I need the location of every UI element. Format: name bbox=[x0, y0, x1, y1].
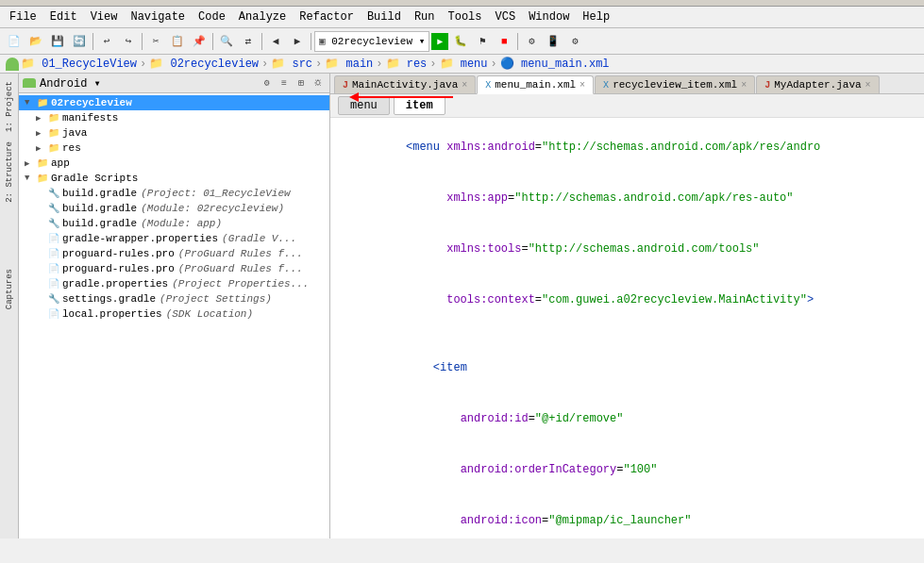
tab-close-recycleview-item[interactable]: × bbox=[741, 80, 747, 91]
code-line-6: <item bbox=[338, 342, 916, 393]
tree-proguard-1[interactable]: 📄 proguard-rules.pro (ProGuard Rules f..… bbox=[19, 246, 329, 261]
tab-mainactivity[interactable]: J MainActivity.java × bbox=[334, 75, 476, 93]
tab-close-mainactivity[interactable]: × bbox=[462, 80, 467, 91]
android-icon bbox=[6, 58, 19, 71]
code-line-4: tools:context="com.guwei.a02recycleview.… bbox=[338, 274, 916, 325]
sdk-btn[interactable]: ⚙ bbox=[521, 31, 542, 52]
breadcrumb-menu[interactable]: 📁 menu bbox=[440, 57, 488, 71]
nav-back-btn[interactable]: ◀ bbox=[265, 31, 286, 52]
tree-proguard-2[interactable]: 📄 proguard-rules.pro (ProGuard Rules f..… bbox=[19, 261, 329, 276]
menu-vcs[interactable]: VCS bbox=[490, 8, 522, 25]
project-tree: ▼ 📁 02recycleview ▶ 📁 manifests ▶ 📁 java… bbox=[19, 93, 329, 538]
run-btn[interactable]: ▶ bbox=[431, 33, 448, 50]
project-tab[interactable]: 1: Project bbox=[3, 77, 16, 136]
tree-settings-gradle[interactable]: 🔧 settings.gradle (Project Settings) bbox=[19, 291, 329, 306]
tab-close-myadapter[interactable]: × bbox=[865, 80, 871, 91]
tab-recycleview-item[interactable]: X recycleview_item.xml × bbox=[595, 75, 755, 93]
sep3 bbox=[212, 33, 213, 50]
code-line-9: android:icon="@mipmap/ic_launcher" bbox=[338, 495, 916, 538]
breadcrumb-src[interactable]: 📁 src bbox=[271, 57, 312, 71]
code-line-8: android:orderInCategory="100" bbox=[338, 444, 916, 495]
tree-gradle-scripts[interactable]: ▼ 📁 Gradle Scripts bbox=[19, 171, 329, 186]
project-panel: Android ▾ ⚙ ≡ ⊞ ⛭ ▼ 📁 02recycleview ▶ 📁 … bbox=[19, 74, 330, 538]
tab-myadapter[interactable]: J MyAdapter.java × bbox=[756, 75, 879, 93]
settings-icon[interactable]: ⚙ bbox=[260, 75, 275, 91]
code-line-2: xmlns:app="http://schemas.android.com/ap… bbox=[338, 173, 916, 224]
menu-help[interactable]: Help bbox=[577, 8, 615, 25]
tree-res[interactable]: ▶ 📁 res bbox=[19, 141, 329, 156]
tab-close-menu-main[interactable]: × bbox=[580, 80, 585, 91]
breadcrumb-project[interactable]: 📁 01_RecycleView bbox=[21, 57, 137, 71]
sync-btn[interactable]: 🔄 bbox=[69, 31, 90, 52]
toolbar: 📄 📂 💾 🔄 ↩ ↪ ✂ 📋 📌 🔍 ⇄ ◀ ▶ ▣ 02recyclevie… bbox=[0, 28, 924, 55]
tree-app[interactable]: ▶ 📁 app bbox=[19, 156, 329, 171]
stop-btn[interactable]: ■ bbox=[494, 31, 514, 52]
code-editor[interactable]: <menu xmlns:android="http://schemas.andr… bbox=[330, 118, 924, 538]
open-btn[interactable]: 📂 bbox=[25, 31, 46, 52]
title-bar bbox=[0, 0, 924, 7]
coverage-btn[interactable]: ⚑ bbox=[472, 31, 493, 52]
debug-btn[interactable]: 🐛 bbox=[450, 31, 471, 52]
captures-tab[interactable]: Captures bbox=[3, 265, 16, 313]
sep1 bbox=[92, 33, 93, 50]
replace-btn[interactable]: ⇄ bbox=[238, 31, 259, 52]
paste-btn[interactable]: 📌 bbox=[189, 31, 210, 52]
menu-window[interactable]: Window bbox=[523, 8, 575, 25]
breadcrumb: 📁 01_RecycleView › 📁 02recycleview › 📁 s… bbox=[0, 55, 924, 74]
cut-btn[interactable]: ✂ bbox=[145, 31, 166, 52]
tree-build-gradle-project[interactable]: 🔧 build.gradle (Project: 01_RecycleView bbox=[19, 186, 329, 201]
breadcrumb-res[interactable]: 📁 res bbox=[386, 57, 428, 71]
tree-local-props[interactable]: 📄 local.properties (SDK Location) bbox=[19, 306, 329, 322]
subtab-item[interactable]: item bbox=[394, 96, 445, 115]
breadcrumb-file[interactable]: 🔵 menu_main.xml bbox=[500, 57, 610, 71]
settings-btn[interactable]: ⚙ bbox=[564, 31, 585, 52]
xml-icon-1: X bbox=[485, 80, 491, 91]
structure-tab[interactable]: 2: Structure bbox=[3, 138, 16, 207]
sep4 bbox=[261, 33, 262, 50]
tab-menu-main[interactable]: X menu_main.xml × bbox=[477, 75, 594, 94]
menu-bar: FileEditViewNavigateCodeAnalyzeRefactorB… bbox=[0, 7, 924, 28]
menu-navigate[interactable]: Navigate bbox=[125, 8, 191, 25]
gear-icon[interactable]: ⛭ bbox=[311, 75, 326, 91]
code-line-1: <menu xmlns:android="http://schemas.andr… bbox=[338, 122, 916, 173]
expand-icon[interactable]: ⊞ bbox=[294, 75, 309, 91]
run-config-dropdown[interactable]: ▣ 02recycleview ▾ bbox=[314, 31, 429, 52]
tree-root[interactable]: ▼ 📁 02recycleview bbox=[19, 95, 329, 110]
undo-btn[interactable]: ↩ bbox=[96, 31, 117, 52]
java-icon-2: J bbox=[764, 80, 770, 91]
subtab-menu[interactable]: menu bbox=[338, 96, 390, 115]
menu-file[interactable]: File bbox=[4, 8, 42, 25]
menu-analyze[interactable]: Analyze bbox=[233, 8, 292, 25]
xml-subtabs: menu item bbox=[330, 94, 924, 118]
project-dropdown[interactable]: Android ▾ bbox=[40, 76, 101, 91]
tree-build-gradle-module[interactable]: 🔧 build.gradle (Module: 02recycleview) bbox=[19, 201, 329, 216]
collapse-icon[interactable]: ≡ bbox=[277, 75, 292, 91]
tree-build-gradle-app[interactable]: 🔧 build.gradle (Module: app) bbox=[19, 216, 329, 231]
copy-btn[interactable]: 📋 bbox=[167, 31, 188, 52]
menu-build[interactable]: Build bbox=[361, 8, 407, 25]
breadcrumb-main[interactable]: 📁 main bbox=[325, 57, 373, 71]
tab-menu-main-label: menu_main.xml bbox=[495, 79, 576, 91]
avd-btn[interactable]: 📱 bbox=[543, 31, 563, 52]
sep2 bbox=[142, 33, 143, 50]
main-area: 1: Project 2: Structure Captures Android… bbox=[0, 74, 924, 538]
sep6 bbox=[517, 33, 518, 50]
menu-view[interactable]: View bbox=[85, 8, 124, 25]
save-btn[interactable]: 💾 bbox=[47, 31, 68, 52]
menu-code[interactable]: Code bbox=[193, 8, 231, 25]
menu-edit[interactable]: Edit bbox=[44, 8, 83, 25]
tree-manifests[interactable]: ▶ 📁 manifests bbox=[19, 110, 329, 125]
side-panel: 1: Project 2: Structure Captures bbox=[0, 74, 19, 538]
tree-gradle-props[interactable]: 📄 gradle.properties (Project Properties.… bbox=[19, 276, 329, 291]
tree-gradle-wrapper[interactable]: 📄 gradle-wrapper.properties (Gradle V... bbox=[19, 231, 329, 246]
new-btn[interactable]: 📄 bbox=[4, 31, 25, 52]
menu-refactor[interactable]: Refactor bbox=[294, 8, 360, 25]
xml-icon-2: X bbox=[603, 80, 609, 91]
menu-tools[interactable]: Tools bbox=[443, 8, 488, 25]
redo-btn[interactable]: ↪ bbox=[118, 31, 139, 52]
nav-fwd-btn[interactable]: ▶ bbox=[287, 31, 308, 52]
menu-run[interactable]: Run bbox=[409, 8, 441, 25]
breadcrumb-module[interactable]: 📁 02recycleview bbox=[149, 57, 259, 71]
find-btn[interactable]: 🔍 bbox=[216, 31, 237, 52]
tree-java[interactable]: ▶ 📁 java bbox=[19, 125, 329, 141]
